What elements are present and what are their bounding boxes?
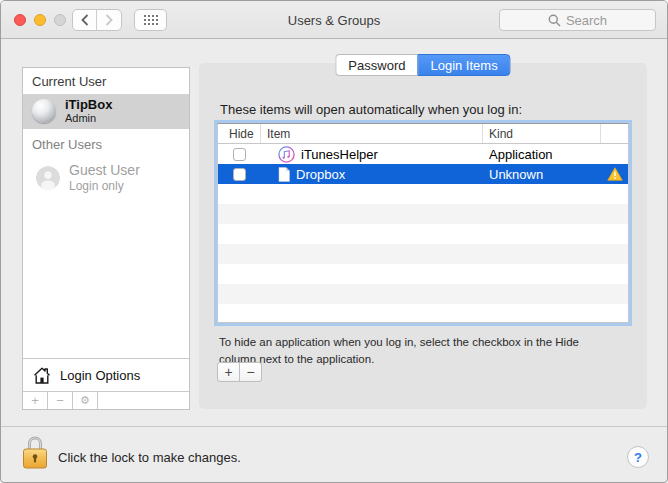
empty-row [218, 184, 628, 204]
help-button[interactable]: ? [627, 446, 649, 468]
login-options-label: Login Options [60, 368, 140, 383]
search-icon [548, 14, 561, 27]
add-item-button[interactable]: + [217, 362, 240, 382]
users-groups-window: Users & Groups Search Current User iTipB… [0, 0, 668, 483]
remove-user-button[interactable]: − [48, 392, 73, 409]
sidebar-spacer [23, 198, 189, 358]
search-input[interactable]: Search [499, 9, 656, 31]
chevron-right-icon [105, 14, 113, 26]
column-header-kind[interactable]: Kind [483, 124, 601, 143]
lock-message: Click the lock to make changes. [58, 450, 241, 465]
hide-hint-text: To hide an application when you log in, … [219, 334, 597, 367]
add-user-button[interactable]: + [23, 392, 48, 409]
avatar [32, 99, 56, 123]
document-icon [278, 167, 290, 182]
login-items-intro: These items will open automatically when… [220, 102, 522, 117]
guest-avatar [36, 166, 60, 190]
table-row-dropbox[interactable]: Dropbox Unknown [218, 164, 628, 184]
back-button[interactable] [73, 10, 97, 30]
table-header: Hide Item Kind [218, 124, 628, 144]
current-user-header: Current User [23, 68, 189, 94]
column-header-hide[interactable]: Hide [218, 124, 261, 143]
sidebar-item-current-user[interactable]: iTipBox Admin [23, 94, 189, 129]
hide-checkbox[interactable] [233, 168, 246, 181]
login-items-table: Hide Item Kind iT [217, 123, 629, 323]
gear-icon[interactable]: ⚙ [73, 392, 98, 409]
tab-bar: Password Login Items [335, 54, 510, 76]
tab-password[interactable]: Password [335, 54, 417, 76]
tab-login-items[interactable]: Login Items [417, 54, 510, 76]
sidebar-action-bar: + − ⚙ [23, 391, 189, 409]
item-name: iTunesHelper [301, 147, 378, 162]
empty-row [218, 264, 628, 284]
search-placeholder: Search [566, 13, 607, 28]
column-header-item[interactable]: Item [261, 124, 483, 143]
forward-button[interactable] [97, 10, 121, 30]
item-name: Dropbox [296, 167, 345, 182]
item-action-bar: + − [217, 362, 262, 382]
table-row-ituneshelper[interactable]: iTunesHelper Application [218, 144, 628, 164]
minimize-button[interactable] [34, 14, 46, 26]
empty-row [218, 224, 628, 244]
login-items-pane: Password Login Items These items will op… [199, 63, 647, 409]
footer-divider [1, 426, 667, 427]
empty-row [218, 304, 628, 324]
lock-icon[interactable] [22, 434, 48, 474]
empty-row [218, 284, 628, 304]
hide-checkbox[interactable] [233, 148, 246, 161]
close-button[interactable] [14, 14, 26, 26]
guest-user-name: Guest User [69, 162, 140, 179]
chevron-left-icon [81, 14, 89, 26]
title-bar: Users & Groups Search [1, 1, 667, 39]
item-kind: Application [483, 147, 601, 162]
current-user-name: iTipBox [65, 97, 112, 112]
grid-icon [144, 15, 158, 25]
traffic-lights [14, 14, 66, 26]
zoom-button[interactable] [54, 14, 66, 26]
remove-item-button[interactable]: − [239, 362, 262, 382]
home-icon [32, 366, 52, 385]
guest-user-role: Login only [69, 179, 140, 193]
sidebar-item-guest-user[interactable]: Guest User Login only [23, 157, 189, 198]
empty-row [218, 204, 628, 224]
item-kind: Unknown [483, 167, 601, 182]
history-nav [72, 9, 122, 31]
current-user-role: Admin [65, 112, 112, 125]
warning-icon [607, 167, 623, 181]
empty-row [218, 244, 628, 264]
column-header-extra [601, 124, 628, 143]
sidebar-item-login-options[interactable]: Login Options [23, 358, 189, 391]
other-users-header: Other Users [23, 129, 189, 157]
users-sidebar: Current User iTipBox Admin Other Users G… [22, 67, 190, 410]
show-all-button[interactable] [134, 9, 167, 31]
itunes-icon [278, 146, 295, 163]
